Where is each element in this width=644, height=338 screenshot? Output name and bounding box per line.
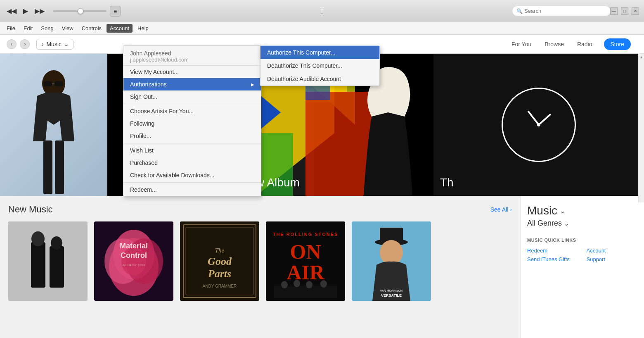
clock-svg <box>514 100 564 150</box>
close-button[interactable]: ✕ <box>632 7 639 15</box>
quick-link-account[interactable]: Account <box>587 248 638 254</box>
svg-line-17 <box>539 114 550 125</box>
album-card-1[interactable] <box>8 221 88 301</box>
genres-dropdown[interactable]: All Genres ⌄ <box>527 219 637 228</box>
sidebar-music-chevron[interactable]: ⌄ <box>560 207 565 215</box>
menu-controls[interactable]: Controls <box>78 24 105 33</box>
tab-radio[interactable]: Radio <box>575 38 594 50</box>
quick-links-title: MUSIC QUICK LINKS <box>527 238 637 243</box>
quick-link-send-gifts[interactable]: Send iTunes Gifts <box>527 256 578 262</box>
scroll-up-arrow[interactable]: ▲ <box>639 55 644 60</box>
user-name: John Appleseed <box>130 50 254 57</box>
svg-point-22 <box>31 231 45 246</box>
back-button[interactable]: ‹ <box>7 39 17 49</box>
tab-store[interactable]: Store <box>604 38 631 50</box>
dropdown-purchased[interactable]: Purchased <box>123 157 261 169</box>
svg-rect-5 <box>55 140 64 194</box>
quick-link-support[interactable]: Support <box>587 256 638 262</box>
new-music-title: New Music <box>8 204 53 215</box>
dropdown-sign-out[interactable]: Sign Out... <box>123 90 261 103</box>
play-button[interactable]: ▶ <box>21 5 30 17</box>
dropdown-separator-1 <box>123 104 261 104</box>
album-thumb-3: The Good Parts ANDY GRAMMER <box>180 221 259 301</box>
rewind-button[interactable]: ◀◀ <box>5 5 18 17</box>
svg-point-52 <box>380 240 403 265</box>
menu-edit[interactable]: Edit <box>20 24 36 33</box>
svg-point-45 <box>281 281 288 288</box>
dropdown-wish-list[interactable]: Wish List <box>123 144 261 157</box>
dropdown-choose-artists[interactable]: Choose Artists For You... <box>123 105 261 117</box>
account-dropdown: John Appleseed j.appleseed@icloud.com Vi… <box>123 45 261 196</box>
scrollbar-track[interactable]: ▲ <box>638 54 644 196</box>
svg-text:AIR: AIR <box>286 261 325 284</box>
hero-right[interactable]: Th <box>433 54 644 196</box>
music-selector-label: Music <box>46 41 62 48</box>
auth-submenu: Authorize This Computer... Deauthorize T… <box>260 45 380 86</box>
main-content: New Album Th ▲ <box>0 54 644 338</box>
new-music-section: New Music See All › <box>0 196 520 305</box>
dropdown-authorizations[interactable]: Authorizations ▶ <box>123 78 261 90</box>
forward-button[interactable]: › <box>20 39 30 49</box>
menu-account[interactable]: Account <box>107 24 133 33</box>
svg-text:And ■ NY 1993: And ■ NY 1993 <box>123 263 145 267</box>
svg-text:THE ROLLING STONES: THE ROLLING STONES <box>273 232 339 237</box>
svg-rect-1 <box>44 81 52 86</box>
list-view-button[interactable]: ≡ <box>110 6 121 17</box>
dropdown-separator-2 <box>123 143 261 143</box>
svg-point-47 <box>306 281 313 288</box>
svg-point-23 <box>51 236 62 250</box>
maximize-button[interactable]: □ <box>621 7 628 15</box>
tab-for-you[interactable]: For You <box>510 38 533 50</box>
svg-text:ON: ON <box>290 240 321 263</box>
minimize-button[interactable]: — <box>610 7 618 15</box>
svg-rect-21 <box>50 246 64 288</box>
album-art-svg-1 <box>8 221 88 301</box>
menu-file[interactable]: File <box>3 24 19 33</box>
menu-view[interactable]: View <box>59 24 77 33</box>
album-art-svg-3: The Good Parts ANDY GRAMMER <box>180 221 259 301</box>
album-card-3[interactable]: The Good Parts ANDY GRAMMER <box>180 221 259 301</box>
submenu-deauthorize-computer[interactable]: Deauthorize This Computer... <box>260 59 379 72</box>
nav-arrows: ‹ › <box>7 39 30 49</box>
svg-point-46 <box>294 280 300 287</box>
dropdown-view-account[interactable]: View My Account... <box>123 66 261 78</box>
submenu-deauthorize-audible[interactable]: Deauthorize Audible Account <box>260 72 379 86</box>
dropdown-redeem[interactable]: Redeem... <box>123 183 261 196</box>
hero-album-art-left[interactable] <box>0 54 107 196</box>
menu-help[interactable]: Help <box>134 24 152 33</box>
see-all-link[interactable]: See All › <box>490 206 512 213</box>
svg-text:ANDY GRAMMER: ANDY GRAMMER <box>203 284 237 288</box>
svg-line-16 <box>528 112 539 125</box>
store-tabs: For You Browse Radio Store <box>510 38 637 50</box>
music-note-icon: ♪ <box>41 41 44 48</box>
album-art-svg-4: THE ROLLING STONES ON AIR <box>266 221 345 301</box>
dropdown-check-downloads[interactable]: Check for Available Downloads... <box>123 169 261 181</box>
music-selector[interactable]: ♪ Music ⌄ <box>36 39 73 50</box>
submenu-authorize-computer[interactable]: Authorize This Computer... <box>260 46 379 59</box>
svg-text:Parts: Parts <box>208 268 231 280</box>
album-card-5[interactable]: VERSATILE VAN MORRISON <box>352 221 431 301</box>
album-card-2[interactable]: Material Control And ■ NY 1993 <box>94 221 173 301</box>
dropdown-separator-3 <box>123 182 261 183</box>
menu-song[interactable]: Song <box>38 24 57 33</box>
dropdown-following[interactable]: Following <box>123 117 261 130</box>
search-icon: 🔍 <box>516 8 523 14</box>
fast-forward-button[interactable]: ▶▶ <box>33 5 46 17</box>
window-controls: — □ ✕ <box>610 7 639 15</box>
tab-browse[interactable]: Browse <box>543 38 566 50</box>
chevron-right-icon: › <box>510 206 512 213</box>
progress-bar[interactable] <box>53 10 107 12</box>
search-input[interactable] <box>524 8 606 14</box>
dropdown-profile[interactable]: Profile... <box>123 130 261 142</box>
submenu-arrow-icon: ▶ <box>251 82 254 87</box>
svg-point-48 <box>320 280 327 288</box>
sidebar-music-title: Music ⌄ <box>527 204 637 217</box>
genres-chevron-icon: ⌄ <box>564 220 569 227</box>
album-card-4[interactable]: THE ROLLING STONES ON AIR <box>266 221 345 301</box>
title-bar: ◀◀ ▶ ▶▶  ≡ 🔍 — □ ✕ <box>0 0 644 22</box>
content-area: New Music See All › <box>0 196 520 338</box>
quick-link-redeem[interactable]: Redeem <box>527 248 578 254</box>
album-art-svg-2: Material Control And ■ NY 1993 <box>94 221 173 301</box>
progress-knob[interactable] <box>78 8 83 14</box>
search-box[interactable]: 🔍 <box>512 6 611 16</box>
